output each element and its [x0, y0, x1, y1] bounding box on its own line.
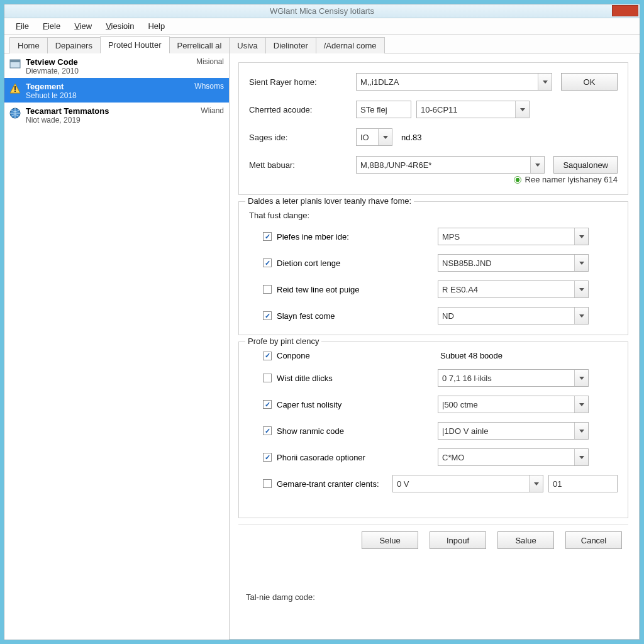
sidebar: Tetview Code Misional Dievmate, 2010 Teg…: [4, 53, 230, 640]
salue-button[interactable]: Salue: [497, 531, 554, 549]
checkbox-phorii[interactable]: [263, 453, 272, 462]
sidebar-item-tag: Misional: [196, 57, 224, 67]
combo-piefes[interactable]: MPS: [438, 228, 589, 245]
tab-dielinoter[interactable]: Dielinoter: [265, 37, 316, 53]
label-dietion: Dietion cort lenge: [277, 258, 340, 268]
subsection-that-fust: That fust clange:: [249, 211, 618, 220]
bottom-button-bar: Selue Inpouf Salue Cancel: [238, 525, 628, 554]
tab-usiva[interactable]: Usiva: [229, 37, 266, 53]
window-titlebar: WGlant Mica Censisy lotiarts: [4, 4, 640, 18]
chevron-down-icon: [378, 129, 392, 145]
sidebar-item-subtitle: Niot wade, 2019: [26, 116, 224, 125]
label-subuet: Subuet 48 boode: [438, 351, 589, 360]
chevron-down-icon: [529, 475, 543, 492]
checkbox-show[interactable]: [263, 426, 272, 435]
sidebar-item-title: Tetview Code: [26, 57, 78, 67]
label-gemare: Gemare-trant cranter clents:: [277, 479, 379, 489]
combo-phorii[interactable]: C*MO: [438, 448, 589, 466]
input-gemare-b[interactable]: 01: [548, 475, 618, 492]
input-cherrted-left[interactable]: STe flej: [356, 101, 411, 118]
label-slayn: Slayn fest come: [277, 311, 335, 321]
label-conpone: Conpone: [277, 351, 310, 360]
label-piefes: Piefes ine mber ide:: [277, 232, 349, 242]
sidebar-item-tecamart[interactable]: Tecamart Temmatons Wliand Niot wade, 201…: [4, 103, 229, 127]
inpouf-button[interactable]: Inpouf: [430, 531, 486, 549]
label-cherrted: Cherrted acoude:: [249, 105, 356, 114]
window-icon: [9, 58, 21, 70]
combo-cherrted-right[interactable]: 10-6CP11: [416, 101, 530, 118]
chevron-down-icon: [574, 449, 588, 465]
sidebar-item-tag: Whsoms: [194, 82, 224, 91]
ok-button[interactable]: OK: [561, 73, 618, 91]
label-sient-rayer: Sient Rayer home:: [249, 77, 356, 87]
label-reid: Reid tew line eot puige: [277, 285, 360, 294]
combo-slayn[interactable]: ND: [438, 307, 589, 325]
group-daldes: Daldes a leter planis lover teanly rhave…: [238, 201, 628, 335]
tab-perrelicall[interactable]: Perrelicall al: [169, 37, 230, 53]
tab-home[interactable]: Home: [9, 37, 48, 53]
checkbox-caper[interactable]: [263, 400, 272, 409]
menu-file[interactable]: File: [9, 19, 35, 33]
sidebar-item-tetview[interactable]: Tetview Code Misional Dievmate, 2010: [4, 53, 229, 78]
checkbox-slayn[interactable]: [263, 311, 272, 320]
sidebar-item-title: Tegement: [26, 82, 64, 91]
chevron-down-icon: [574, 423, 588, 439]
chevron-down-icon: [515, 101, 529, 118]
label-phorii: Phorii casorade optioner: [277, 453, 365, 462]
checkbox-piefes[interactable]: [263, 232, 272, 241]
chevron-down-icon: [574, 228, 588, 245]
sidebar-item-title: Tecamart Temmatons: [26, 106, 109, 116]
sidebar-item-subtitle: Sehuot le 2018: [26, 91, 224, 100]
group-general: Sient Rayer home: M,,i1DLZA OK Cherrted …: [238, 62, 628, 195]
combo-wist[interactable]: 0 7,1 16 l·ikils: [438, 369, 589, 387]
close-button[interactable]: [612, 5, 638, 16]
svg-rect-4: [14, 91, 16, 92]
menu-help[interactable]: Help: [142, 19, 171, 33]
combo-dietion[interactable]: NSB85B.JND: [438, 254, 589, 272]
chevron-down-icon: [538, 74, 552, 90]
chevron-down-icon: [574, 396, 588, 413]
label-mett: Mett babuar:: [249, 160, 356, 170]
svg-rect-1: [10, 60, 20, 62]
group-title-profe: Profe by pint clency: [245, 336, 321, 346]
sidebar-item-tegement[interactable]: Tegement Whsoms Sehuot le 2018: [4, 78, 229, 103]
tab-depainers[interactable]: Depainers: [47, 37, 101, 53]
tab-proted-houtter[interactable]: Proted Houtter: [100, 36, 170, 53]
tab-strip: Home Depainers Proted Houtter Perrelical…: [4, 35, 640, 53]
label-sages: Sages ide:: [249, 133, 356, 142]
menu-viesioin[interactable]: Viesioin: [99, 19, 140, 33]
checkbox-dietion[interactable]: [263, 258, 272, 267]
selue-button[interactable]: Selue: [362, 531, 418, 549]
label-show: Show ranmic code: [277, 426, 344, 436]
menu-view[interactable]: View: [68, 19, 98, 33]
checkbox-conpone[interactable]: [263, 352, 272, 360]
group-profe: Profe by pint clency Conpone Subuet 48 b…: [238, 341, 628, 518]
checkbox-reid[interactable]: [263, 285, 272, 294]
tab-adernal[interactable]: /Adernal come: [316, 37, 385, 53]
content-panel: Sient Rayer home: M,,i1DLZA OK Cherrted …: [230, 53, 640, 640]
label-tall-nie: Tal-nie damg code:: [246, 592, 315, 602]
chevron-down-icon: [574, 255, 588, 271]
combo-mett[interactable]: M,8B8,/UNP·4R6E*: [356, 156, 545, 174]
chevron-down-icon: [530, 157, 544, 173]
cancel-button[interactable]: Cancel: [565, 531, 622, 549]
label-sages-suffix: nd.83: [401, 133, 422, 142]
radio-ree-namer[interactable]: [514, 176, 521, 184]
combo-gemare-a[interactable]: 0 V: [392, 475, 543, 492]
chevron-down-icon: [574, 308, 588, 324]
warning-icon: [9, 83, 21, 94]
label-ree-namer: Ree namer lyishaney 614: [525, 175, 618, 184]
checkbox-wist[interactable]: [263, 374, 272, 382]
menu-fiele[interactable]: Fiele: [36, 19, 67, 33]
chevron-down-icon: [574, 281, 588, 297]
label-wist: Wist ditle dlicks: [277, 374, 333, 383]
combo-reid[interactable]: R ES0.A4: [438, 280, 589, 298]
combo-sages[interactable]: IO: [356, 128, 392, 146]
combo-caper[interactable]: |500 ctme: [438, 396, 589, 413]
combo-show[interactable]: |1DO V ainle: [438, 422, 589, 440]
combo-sient-rayer[interactable]: M,,i1DLZA: [356, 73, 552, 91]
checkbox-gemare[interactable]: [263, 479, 272, 488]
sidebar-item-subtitle: Dievmate, 2010: [26, 67, 224, 75]
saqualonew-button[interactable]: Saqualonew: [553, 156, 618, 174]
label-caper: Caper fust nolisity: [277, 400, 341, 409]
